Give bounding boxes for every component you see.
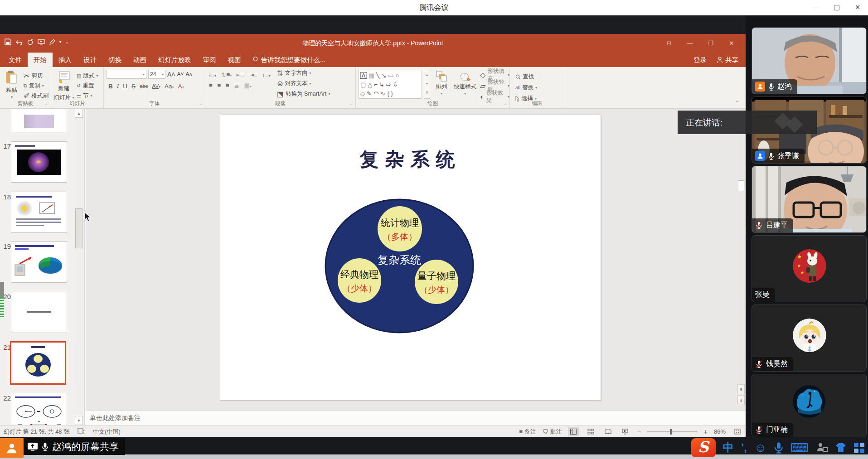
justify-button[interactable]: ≣ bbox=[234, 82, 239, 89]
video-tile-qianhaoran[interactable]: 钱昊然 bbox=[752, 304, 867, 372]
clipboard-dialog-launcher-icon[interactable]: ⌙ bbox=[45, 102, 49, 106]
thumbnail-slide-17[interactable] bbox=[11, 141, 67, 183]
zoom-in-icon[interactable]: + bbox=[703, 428, 708, 435]
align-left-button[interactable]: ≡ bbox=[209, 82, 213, 89]
zoom-out-icon[interactable]: − bbox=[637, 428, 641, 435]
align-center-button[interactable]: ≡ bbox=[218, 82, 221, 89]
thumbnail-scrollbar-thumb[interactable] bbox=[75, 208, 82, 248]
editor-scrollbar-thumb[interactable] bbox=[738, 180, 744, 191]
editor-vertical-scrollbar[interactable]: ⇞ ⇟ bbox=[737, 109, 745, 410]
strikethrough-button[interactable]: S bbox=[131, 83, 136, 90]
columns-button[interactable]: ▥▾ bbox=[244, 82, 252, 89]
font-size-select[interactable]: 24▾ bbox=[148, 70, 165, 79]
ppt-minimize-icon[interactable]: — bbox=[679, 34, 700, 53]
previous-slide-icon[interactable]: ⇞ bbox=[737, 384, 745, 394]
scroll-down-icon[interactable]: ▼ bbox=[75, 416, 83, 425]
thumbnail-slide-16[interactable] bbox=[11, 109, 67, 132]
drawing-dialog-launcher-icon[interactable]: ⌙ bbox=[504, 102, 508, 106]
tab-insert[interactable]: 插入 bbox=[53, 53, 78, 67]
tab-view[interactable]: 视图 bbox=[222, 53, 247, 67]
abc-strike-button[interactable]: abc bbox=[140, 83, 148, 89]
sogou-logo-icon[interactable]: S bbox=[691, 438, 716, 457]
quick-styles-button[interactable]: 快速样式▾ bbox=[452, 69, 478, 96]
video-tile-zhangman[interactable]: 张曼 bbox=[752, 235, 867, 302]
passthrough-icon[interactable] bbox=[816, 442, 828, 453]
zoom-level[interactable]: 86% bbox=[714, 428, 726, 435]
skin-icon[interactable] bbox=[835, 442, 847, 453]
tellme-box[interactable]: 告诉我您想要做什么... bbox=[247, 53, 331, 67]
change-case-button[interactable]: Aa▾ bbox=[165, 83, 174, 90]
minimize-icon[interactable]: — bbox=[805, 0, 826, 15]
align-text-button[interactable]: ⊜对齐文本▾ bbox=[277, 79, 330, 88]
video-tile-menyanan[interactable]: 门亚楠 bbox=[752, 374, 867, 437]
tab-design[interactable]: 设计 bbox=[78, 53, 102, 67]
toolbox-icon[interactable] bbox=[854, 443, 864, 453]
share-button[interactable]: 共享 bbox=[717, 56, 738, 64]
font-name-select[interactable]: ▾ bbox=[107, 70, 146, 79]
punctuation-icon[interactable]: ’, bbox=[741, 441, 747, 454]
language-indicator[interactable]: 中文(中国) bbox=[93, 428, 121, 436]
section-button[interactable]: ☰节▾ bbox=[77, 92, 98, 100]
bullets-button[interactable]: ⁝≡▾ bbox=[209, 72, 216, 78]
increase-indent-button[interactable]: ⇥≡ bbox=[249, 72, 257, 78]
comments-button[interactable]: 🗨 批注 bbox=[543, 428, 562, 436]
numbering-button[interactable]: ⒈≡▾ bbox=[221, 71, 232, 79]
line-spacing-button[interactable]: ↕≡▾ bbox=[262, 72, 270, 78]
paste-button[interactable]: 粘贴 ▼ bbox=[0, 69, 24, 100]
decrease-indent-button[interactable]: ⇤≡ bbox=[236, 72, 244, 78]
shapes-gallery[interactable]: 🄰▥╲↘▭○ ▢△⌐↳⇨⇩ ◇✎◠∿{} bbox=[359, 70, 422, 99]
tab-animations[interactable]: 动画 bbox=[127, 53, 152, 67]
video-tile-zhaohong[interactable]: 赵鸿 bbox=[752, 27, 867, 94]
replace-button[interactable]: ab替换▾ bbox=[515, 83, 564, 92]
next-slide-icon[interactable]: ⇟ bbox=[737, 395, 745, 405]
format-painter-button[interactable]: ✐格式刷 bbox=[24, 92, 48, 100]
shrink-font-button[interactable]: A˅ bbox=[177, 71, 184, 77]
notes-button[interactable]: ≡ 备注 bbox=[519, 428, 536, 436]
layout-button[interactable]: ▤版式▾ bbox=[77, 72, 98, 80]
sign-in-button[interactable]: 登录 bbox=[693, 56, 707, 64]
keyboard-icon[interactable]: ⌨ bbox=[790, 440, 809, 455]
new-slide-button[interactable]: 新建 幻灯片▾ bbox=[51, 69, 77, 102]
clear-format-button[interactable]: 🗛 bbox=[186, 71, 192, 78]
find-button[interactable]: 查找 bbox=[515, 72, 564, 81]
paragraph-dialog-launcher-icon[interactable]: ⌙ bbox=[350, 102, 354, 106]
thumbnail-slide-21[interactable] bbox=[10, 341, 66, 385]
ppt-close-icon[interactable]: ✕ bbox=[721, 34, 742, 53]
italic-button[interactable]: I bbox=[117, 82, 119, 90]
maximize-icon[interactable]: ▢ bbox=[826, 0, 847, 15]
tab-review[interactable]: 审阅 bbox=[197, 53, 222, 67]
tab-slideshow[interactable]: 幻灯片放映 bbox=[152, 53, 197, 67]
ribbon-display-options-icon[interactable]: ⊡ bbox=[659, 34, 679, 53]
thumbnail-slide-19[interactable] bbox=[11, 242, 67, 283]
tab-file[interactable]: 文件 bbox=[3, 53, 28, 67]
text-direction-button[interactable]: ⇅文字方向▾ bbox=[277, 69, 330, 77]
copy-button[interactable]: ⧉复制▾ bbox=[24, 82, 48, 90]
bold-button[interactable]: B bbox=[108, 83, 113, 90]
screen-share-banner[interactable]: 赵鸿的屏幕共享 bbox=[24, 438, 125, 455]
tab-transitions[interactable]: 切换 bbox=[102, 53, 127, 67]
thumbnail-scrollbar[interactable]: ▲ ▼ bbox=[75, 109, 83, 425]
normal-view-icon[interactable] bbox=[568, 427, 579, 436]
shapes-gallery-scroll[interactable]: ▴▾⊽ bbox=[424, 70, 430, 99]
input-mode-icon[interactable]: 中 bbox=[723, 440, 734, 455]
slideshow-view-icon[interactable] bbox=[620, 427, 630, 436]
fit-to-window-icon[interactable] bbox=[732, 427, 743, 436]
scroll-up-icon[interactable]: ▲ bbox=[75, 109, 83, 118]
align-right-button[interactable]: ≡ bbox=[226, 82, 229, 89]
reading-view-icon[interactable] bbox=[602, 427, 613, 436]
char-spacing-button[interactable]: AV▾ bbox=[152, 83, 161, 89]
cut-button[interactable]: ✂剪切 bbox=[24, 72, 48, 80]
thumbnail-slide-20[interactable] bbox=[11, 292, 67, 333]
emoji-icon[interactable]: ☺ bbox=[754, 441, 767, 455]
underline-button[interactable]: U bbox=[123, 83, 127, 90]
voice-input-icon[interactable] bbox=[774, 441, 783, 454]
thumbnail-slide-18[interactable] bbox=[11, 192, 67, 233]
collapse-ribbon-icon[interactable]: ⌃ bbox=[735, 100, 739, 106]
grow-font-button[interactable]: A˄ bbox=[167, 71, 175, 78]
ppt-restore-icon[interactable]: ❐ bbox=[700, 34, 721, 53]
smartart-button[interactable]: ⬔转换为 SmartArt▾ bbox=[277, 90, 330, 98]
reset-button[interactable]: ↺重置 bbox=[77, 82, 98, 90]
slide-canvas[interactable]: 复杂系统 统计物理 （多体） 复杂系统 经典物理 （少体） 量子物理 （少体） bbox=[220, 115, 601, 401]
zoom-slider-knob[interactable] bbox=[670, 429, 672, 435]
zoom-slider[interactable] bbox=[647, 431, 697, 432]
